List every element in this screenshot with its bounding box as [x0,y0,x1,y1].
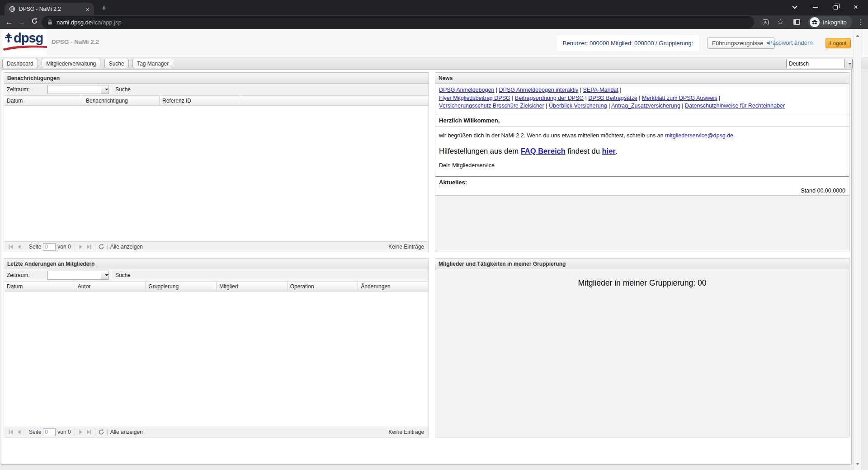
last-page-button[interactable] [85,243,93,251]
column-header-benachrichtigung[interactable]: Benachrichtigung [83,96,160,105]
news-link-line: Versicherungsschutz Broschüre Zielsicher… [439,102,845,110]
scroll-down-arrow[interactable] [854,461,860,467]
news-link[interactable]: DPSG Anmeldebogen [439,87,494,93]
grid-header: Datum Autor Gruppierung Mitglied Operati… [4,282,429,291]
page-number-input[interactable] [43,428,56,436]
panel-news: News DPSG Anmeldebogen | DPSG Anmeldebog… [435,72,849,252]
address-bar[interactable]: nami.dpsg.de/ica/app.jsp [42,16,754,28]
menu-dots-icon[interactable]: ⋮ [855,17,866,27]
hier-link[interactable]: hier [602,147,615,155]
tab-title: DPSG - NaMi 2.2 [19,6,85,12]
news-link[interactable]: DPSG Anmeldebogen interaktiv [499,87,579,93]
news-link[interactable]: Überblick Versicherung [549,103,607,109]
tab-tag-manager[interactable]: Tag Manager [132,59,173,68]
tab-dashboard[interactable]: Dashboard [2,59,38,68]
next-page-button[interactable] [77,428,85,436]
suche-button[interactable]: Suche [115,86,131,93]
tab-mitgliederverwaltung[interactable]: Mitgliederverwaltung [42,59,100,68]
first-page-button[interactable] [7,243,15,251]
news-link[interactable]: Merkblatt zum DPSG Ausweis [642,95,717,101]
prev-page-button[interactable] [15,428,23,436]
alle-anzeigen-button[interactable]: Alle anzeigen [110,429,143,435]
zeitraum-input[interactable] [47,271,101,280]
minimize-button[interactable] [807,0,823,14]
column-header-datum[interactable]: Datum [4,96,83,105]
refresh-button[interactable] [97,243,105,251]
dashboard-content: Benachrichtigungen Zeitraum: Suche Datum… [1,69,852,465]
news-link[interactable]: Versicherungsschutz Broschüre Zielsicher [439,103,544,109]
incognito-label: Inkognito [823,19,847,26]
side-panel-icon[interactable] [791,17,802,27]
suche-button[interactable]: Suche [115,272,131,278]
combo-arrow-icon[interactable] [101,85,109,94]
column-header-datum[interactable]: Datum [4,282,75,291]
panel-title: Mitglieder und Tätigkeiten in meiner Gru… [435,258,849,269]
alle-anzeigen-button[interactable]: Alle anzeigen [110,244,143,250]
url-host: nami.dpsg.de [57,19,92,26]
prev-page-button[interactable] [15,243,23,251]
column-header-aenderungen[interactable]: Änderungen [358,282,429,291]
bookmark-star-icon[interactable]: ☆ [775,17,786,27]
seite-label: Seite [29,244,41,250]
mitgliederservice-email-link[interactable]: mitgliederservice@dpsg.de [665,132,733,139]
back-button[interactable]: ← [4,17,14,27]
news-link[interactable]: Antrag_Zusatzversicherung [611,103,680,109]
translate-icon[interactable]: A [760,17,771,27]
user-info: Benutzer: 000000 Mitglied: 000000 / Grup… [557,35,699,51]
new-tab-button[interactable]: + [99,3,109,13]
welcome-period: . [733,132,735,139]
news-link[interactable]: Datenschutzhinweise für Rechteinhaber [685,103,785,109]
aktuelles-section: Aktuelles: Stand 00.00.0000 [435,177,849,196]
page-number-input[interactable] [43,243,56,251]
zeitraum-combobox[interactable] [47,85,109,94]
reload-button[interactable] [29,17,40,27]
column-header-operation[interactable]: Operation [288,282,359,291]
zeitraum-input[interactable] [47,85,101,94]
news-link[interactable]: DPSG Beitragsätze [588,95,637,101]
column-header-gruppierung[interactable]: Gruppierung [146,282,217,291]
column-header-mitglied[interactable]: Mitglied [217,282,288,291]
mitglieder-body: Mitglieder in meiner Gruppierung: 00 [435,269,849,437]
column-header-referenz-id[interactable]: Referenz ID [160,96,239,105]
column-header-autor[interactable]: Autor [75,282,146,291]
last-page-button[interactable] [85,428,93,436]
page-scrollbar[interactable] [854,29,861,470]
news-link[interactable]: SEPA-Mandat [583,87,618,93]
empty-status: Keine Einträge [388,244,426,250]
grid-body [4,291,429,427]
seite-label: Seite [29,429,41,435]
news-link[interactable]: Beitragsordnung der DPSG [515,95,584,101]
passwort-aendern-link[interactable]: Passwort ändern [769,39,813,46]
first-page-button[interactable] [7,428,15,436]
combo-arrow-icon[interactable] [101,271,109,280]
dpsg-lily-icon [4,33,13,43]
next-page-button[interactable] [77,243,85,251]
chevron-down-icon[interactable] [844,59,852,68]
close-tab-icon[interactable]: × [85,6,90,13]
von-label: von 0 [57,244,71,250]
window-close-button[interactable]: × [848,0,864,14]
scroll-up-arrow[interactable] [854,33,860,39]
browser-toolbar: ← → nami.dpsg.de/ica/app.jsp A ☆ Inkogni… [0,15,868,29]
tab-search-chevron-icon[interactable] [787,0,803,14]
refresh-button[interactable] [97,428,105,436]
mitglieder-count: Mitglieder in meiner Gruppierung: 00 [435,278,849,288]
news-link[interactable]: Flyer Mitgliedsbeitrag DPSG [439,95,510,101]
grid-header: Datum Benachrichtigung Referenz ID [4,96,429,106]
stand-date: Stand 00.00.0000 [439,186,845,194]
forward-button[interactable]: → [16,17,27,27]
language-select[interactable]: Deutsch [786,59,853,68]
panel-toolbar: Zeitraum: Suche [4,269,429,282]
zeitraum-combobox[interactable] [47,271,109,280]
browser-tab[interactable]: DPSG - NaMi 2.2 × [5,3,94,15]
fuehrungszeugnisse-button[interactable]: Führungszeugnisse [707,38,775,49]
aktuelles-label: Aktuelles [439,179,465,186]
logout-button[interactable]: Logout [826,38,851,48]
tab-suche[interactable]: Suche [104,59,129,68]
panel-mitglieder: Mitglieder und Tätigkeiten in meiner Gru… [435,258,849,437]
faq-text-between: findest du [566,147,602,155]
von-label: von 0 [57,429,71,435]
restore-button[interactable] [827,0,844,14]
pager: Seite von 0 Alle anzeigen Keine Einträge [4,241,429,252]
faq-bereich-link[interactable]: FAQ Bereich [521,147,566,155]
